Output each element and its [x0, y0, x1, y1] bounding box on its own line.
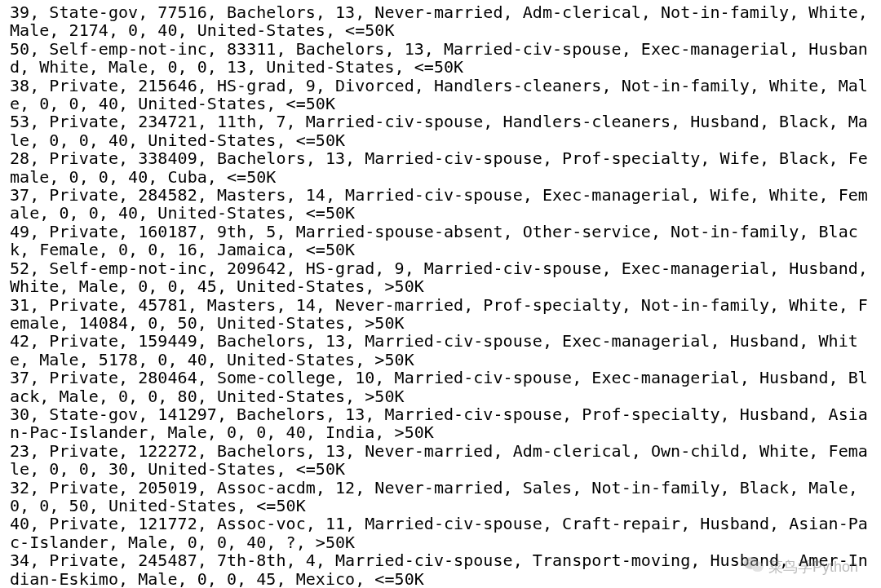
text-dump: 39, State-gov, 77516, Bachelors, 13, Nev… — [0, 0, 881, 588]
